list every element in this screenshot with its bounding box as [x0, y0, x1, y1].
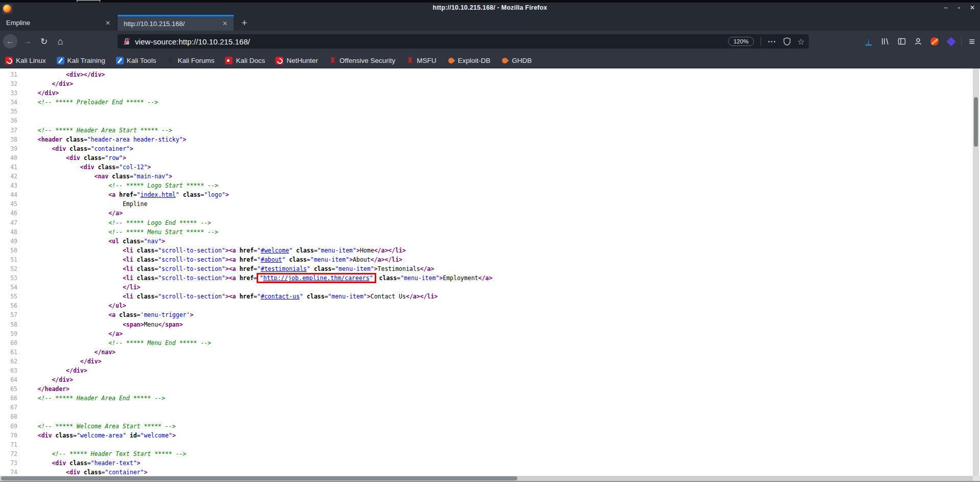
line-number: 72 [0, 449, 17, 458]
code-val: "menu-item" [310, 256, 349, 263]
code-pln [126, 432, 130, 439]
vertical-scrollbar-thumb[interactable] [974, 97, 978, 147]
code-com: <!-- ***** Menu End ***** --> [108, 339, 211, 347]
url-bar[interactable]: view-source:http://10.10.215.168/ 120% •… [118, 34, 809, 49]
forward-button[interactable]: → [20, 34, 35, 49]
downloads-icon[interactable]: ↓ [862, 34, 875, 49]
new-tab-button[interactable]: + [238, 17, 250, 29]
source-line: 43 <!-- ***** Logo Start ***** --> [0, 181, 492, 190]
bookmark-item[interactable]: NetHunter [276, 57, 318, 64]
line-number: 64 [0, 375, 17, 384]
horizontal-scrollbar-thumb[interactable] [1, 476, 517, 480]
extension-foxyproxy-icon[interactable] [928, 34, 941, 49]
source-line: 50 <li class="scroll-to-section"><a href… [0, 246, 492, 255]
source-link[interactable]: #about [261, 256, 282, 263]
line-code: </div> [24, 357, 101, 366]
source-line: 32 </div> [0, 79, 492, 88]
dark-brush-icon [167, 57, 174, 64]
code-val: "menu-item" [317, 247, 356, 254]
bookmark-item[interactable]: ♜MSFU [406, 57, 436, 64]
line-number: 52 [0, 264, 17, 273]
line-code: </li> [24, 283, 141, 292]
tab-close-icon[interactable]: ✕ [103, 19, 112, 27]
source-line: 72 <!-- ***** Header Text Start ***** --… [0, 449, 492, 458]
source-line: 64 </div> [0, 375, 492, 384]
tab-close-icon[interactable]: ✕ [220, 20, 230, 27]
code-tag: </a> [478, 274, 493, 282]
account-icon[interactable] [911, 34, 925, 49]
zoom-level-indicator[interactable]: 120% [728, 37, 754, 46]
line-number: 43 [0, 181, 17, 190]
code-pln: = [254, 265, 257, 272]
code-val: " [257, 265, 261, 272]
line-code: <!-- ***** Logo Start ***** --> [24, 181, 218, 190]
bookmark-item[interactable]: ♜Offensive Security [329, 57, 395, 64]
line-number: 32 [0, 79, 17, 88]
red-rook-icon: ♜ [406, 57, 414, 64]
bookmark-label: GHDB [512, 57, 532, 64]
back-button[interactable]: ← [3, 34, 17, 49]
source-link[interactable]: #testimonials [261, 265, 307, 272]
code-txt: Employment [443, 274, 478, 282]
line-code: <li class="scroll-to-section"><a href="#… [24, 246, 406, 255]
code-txt: About [353, 256, 371, 263]
source-link[interactable]: #contact-us [261, 293, 300, 300]
code-val: "scroll-to-section" [158, 274, 225, 282]
bookmark-item[interactable]: Kali Training [57, 57, 105, 64]
bookmark-item[interactable]: Kali Docs [225, 57, 265, 64]
bookmark-item[interactable]: Kali Forums [167, 57, 214, 64]
bookmark-item[interactable]: GHDB [501, 57, 532, 64]
bookmark-star-icon[interactable]: ☆ [797, 37, 805, 47]
sidebar-toggle-icon[interactable] [895, 34, 908, 49]
line-number: 34 [0, 98, 17, 107]
tracking-shield-icon[interactable] [783, 37, 791, 45]
line-number: 61 [0, 348, 17, 357]
code-attr: href [119, 191, 133, 198]
source-line: 65 </header> [0, 384, 492, 394]
bookmark-item[interactable]: Kali Tools [116, 57, 156, 64]
source-link[interactable]: http://job.empline.thm/careers [263, 274, 370, 282]
code-tag: <a [108, 191, 119, 198]
extension-wappalyzer-icon[interactable] [944, 34, 958, 49]
tab-empline[interactable]: Empline ✕ [0, 15, 117, 31]
source-line: 40 <div class="row"> [0, 153, 492, 163]
code-val: "scroll-to-section" [158, 293, 225, 300]
home-button[interactable]: ⌂ [53, 34, 67, 49]
code-tag: > [130, 145, 133, 152]
code-val: "scroll-to-section" [158, 256, 225, 263]
code-attr: href [239, 265, 254, 272]
close-button[interactable]: ✕ [969, 4, 976, 11]
url-input[interactable]: view-source:http://10.10.215.168/ [135, 37, 250, 46]
line-number: 56 [0, 301, 17, 310]
bookmark-item[interactable]: Kali Linux [5, 57, 46, 64]
navigation-toolbar: ← → ↻ ⌂ view-source:http://10.10.215.168… [0, 31, 980, 52]
vertical-scrollbar[interactable] [973, 68, 979, 482]
source-code: 31 <div></div>32 </div>33 </div>34 <!-- … [0, 70, 492, 477]
line-number: 71 [0, 440, 17, 449]
line-code: <!-- ***** Logo End ***** --> [24, 218, 211, 227]
bookmarks-bar: Kali LinuxKali TrainingKali ToolsKali Fo… [0, 52, 980, 68]
code-tag: <li [123, 265, 137, 272]
bookmark-item[interactable]: Exploit-DB [447, 57, 491, 64]
code-tag: <a [108, 311, 119, 318]
line-number: 55 [0, 292, 17, 301]
code-tag: </a> [108, 210, 123, 217]
code-tag: <div> [66, 71, 84, 78]
line-number: 37 [0, 126, 17, 135]
reload-button[interactable]: ↻ [37, 34, 51, 49]
horizontal-scrollbar[interactable] [0, 476, 973, 481]
kali-blue-icon [116, 57, 124, 64]
menu-hamburger-icon[interactable]: ≡ [965, 34, 978, 49]
code-tag: > [137, 460, 141, 467]
source-line: 33 </div> [0, 88, 492, 98]
library-icon[interactable] [878, 34, 892, 49]
page-actions-icon[interactable]: ••• [768, 39, 777, 44]
insecure-lock-icon[interactable] [123, 37, 131, 45]
source-link[interactable]: #welcome [261, 247, 289, 254]
minimize-button[interactable]: – [942, 4, 949, 11]
source-line: 61 </nav> [0, 348, 492, 357]
maximize-button[interactable]: ▫ [955, 4, 963, 11]
tab-view-source[interactable]: http://10.10.215.168/ ✕ [118, 15, 234, 31]
code-tag: </div> [66, 367, 87, 374]
source-link[interactable]: index.html [141, 191, 176, 198]
